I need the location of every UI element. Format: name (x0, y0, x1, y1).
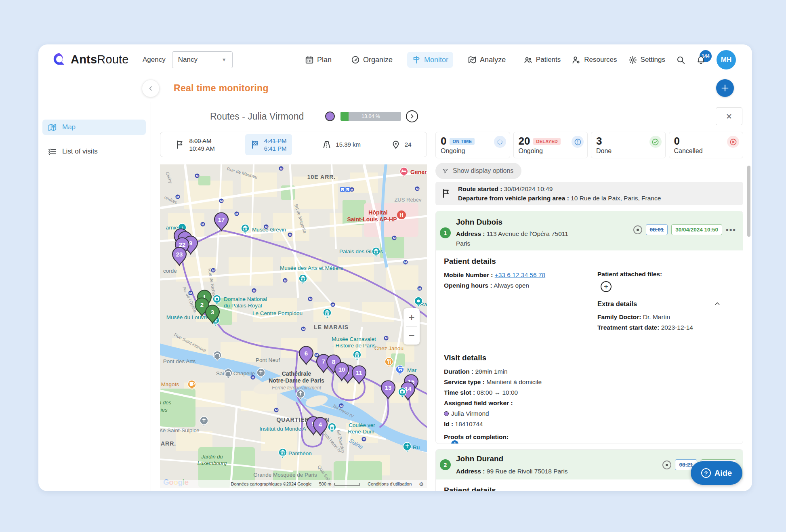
help-button[interactable]: ? Aide (691, 461, 742, 485)
tab-plan[interactable]: Plan (300, 52, 336, 68)
agency-label: Agency (143, 56, 166, 64)
map-error-icon[interactable]: ⚙ (419, 481, 424, 487)
svg-text:H: H (399, 212, 403, 218)
stat-end: 4:41 PM6:41 PM (245, 134, 292, 155)
svg-text:M: M (189, 291, 192, 295)
status-badge: DELAYED (533, 138, 561, 145)
poi-bridge-icon[interactable] (224, 369, 232, 379)
map-label: Institut du Monde A (259, 426, 306, 432)
svg-text:M: M (385, 336, 388, 340)
locate-icon[interactable] (633, 225, 642, 234)
map-label: 10E ARR. (307, 174, 336, 180)
map-label: Gener (410, 169, 427, 175)
poi-museum-icon[interactable] (299, 274, 307, 284)
next-route-button[interactable] (406, 110, 418, 122)
map-marker-6[interactable]: 6 (299, 347, 313, 365)
chevron-left-icon (147, 85, 154, 92)
map-label: LE MARAIS (314, 324, 349, 330)
metro-icon: M (195, 173, 199, 178)
poi-museum-icon[interactable] (328, 423, 336, 433)
svg-text:M: M (212, 269, 215, 272)
status-badge: ON TIME (450, 138, 475, 145)
more-menu-button[interactable]: ••• (726, 225, 736, 234)
route-title: Routes - Julia Virmond (210, 111, 304, 122)
worker-color-dot (444, 411, 449, 416)
content: 8:00 AM10:49 AM 4:41 PM6:41 PM 15.39 km (151, 132, 752, 491)
map-zoom-control: + − (404, 308, 420, 345)
poi-cart-icon[interactable] (396, 365, 404, 375)
poi-museum-icon[interactable] (372, 247, 380, 257)
visit-header[interactable]: 1 John Dubois Address : 113 Avenue de l'… (436, 211, 743, 250)
brand-logo[interactable]: AntsRoute (52, 52, 129, 67)
checkered-flag-icon (250, 140, 260, 149)
mobile-number-link[interactable]: +33 6 12 34 56 78 (495, 271, 545, 278)
map-terms-link[interactable]: Conditions d'utilisation (368, 482, 412, 486)
zoom-out-button[interactable]: − (404, 327, 420, 345)
status-label: Done (596, 147, 660, 155)
back-button[interactable] (142, 80, 160, 97)
svg-text:M: M (315, 353, 318, 357)
poi-church-icon[interactable] (403, 442, 411, 452)
map-label: Musée Grévin (252, 227, 286, 233)
svg-text:M: M (418, 287, 421, 290)
svg-text:17: 17 (218, 216, 225, 223)
map-label: René-Dum (348, 429, 374, 435)
svg-text:M: M (289, 233, 292, 237)
train-station-icon[interactable] (345, 187, 350, 192)
agency-select[interactable]: Nancy ▼ (172, 51, 233, 68)
map-scale-bar (334, 483, 360, 486)
close-panel-button[interactable]: ✕ (716, 107, 742, 125)
nav-link-patients[interactable]: Patients (523, 55, 561, 65)
notifications-button[interactable]: 144 (696, 55, 706, 65)
metro-icon: M (252, 288, 256, 292)
metro-icon: M (384, 336, 388, 340)
close-icon: ✕ (726, 112, 732, 121)
panel-scrollbar[interactable] (747, 166, 750, 237)
map-label: Luxembourg (198, 460, 227, 466)
svg-text:M: M (404, 261, 407, 264)
gauge-icon (351, 55, 360, 64)
locate-icon[interactable] (662, 461, 671, 469)
svg-text:M: M (235, 212, 238, 216)
nav-link-resources[interactable]: Resources (572, 55, 617, 65)
map-label: Ru (413, 444, 420, 450)
signpost-icon (412, 55, 421, 64)
svg-text:M: M (302, 327, 305, 331)
collapse-extra-button[interactable] (714, 301, 721, 309)
navbar: AntsRoute Agency Nancy ▼ PlanOrganizeMon… (38, 44, 752, 75)
metro-icon: M (283, 278, 287, 282)
tab-organize[interactable]: Organize (346, 52, 397, 68)
status-card-done[interactable]: 3Done (591, 132, 666, 158)
search-icon[interactable] (676, 55, 685, 65)
route-color-dot (325, 111, 335, 121)
patient-extra-column: Patient attached files: + Extra details … (597, 271, 721, 334)
svg-text:M: M (416, 187, 419, 191)
hospital-icon[interactable]: H (397, 210, 406, 219)
flag-icon (175, 140, 185, 149)
add-file-button[interactable]: + (601, 281, 612, 292)
visit-details-heading: Visit details (444, 353, 735, 362)
tab-analyze[interactable]: Analyze (463, 52, 511, 68)
tab-monitor[interactable]: Monitor (407, 52, 453, 68)
progress-label: 13.04 % (340, 112, 401, 121)
sidebar-item-list-of-visits[interactable]: List of visits (42, 144, 146, 159)
route-start-banner: Route started : 30/04/2024 10:49 Departu… (435, 182, 743, 205)
poi-church-icon[interactable] (200, 416, 208, 427)
show-display-options-button[interactable]: Show display options (435, 163, 521, 179)
nav-link-settings[interactable]: Settings (628, 55, 665, 65)
svg-text:M: M (202, 223, 204, 226)
sidebar-item-map[interactable]: Map (42, 120, 146, 135)
metro-icon: M (274, 408, 278, 412)
svg-text:9: 9 (189, 240, 192, 246)
train-station-icon[interactable] (340, 187, 345, 192)
nav-tabs: PlanOrganizeMonitorAnalyze (300, 44, 511, 75)
status-card-cancelled[interactable]: 0Cancelled (669, 132, 744, 158)
add-button[interactable] (716, 79, 734, 97)
status-card-ongoing-on-time[interactable]: 0ON TIMEOngoing (435, 132, 510, 158)
route-progress-bar: 13.04 % (340, 112, 401, 121)
avatar[interactable]: MH (717, 50, 736, 69)
zoom-in-button[interactable]: + (404, 308, 420, 326)
poi-museum-icon[interactable] (353, 351, 361, 361)
status-card-ongoing-delayed[interactable]: 20DELAYEDOngoing (513, 132, 588, 158)
map[interactable]: ClichyondresRue de MaubeuBd de MagentaRu… (160, 164, 427, 488)
